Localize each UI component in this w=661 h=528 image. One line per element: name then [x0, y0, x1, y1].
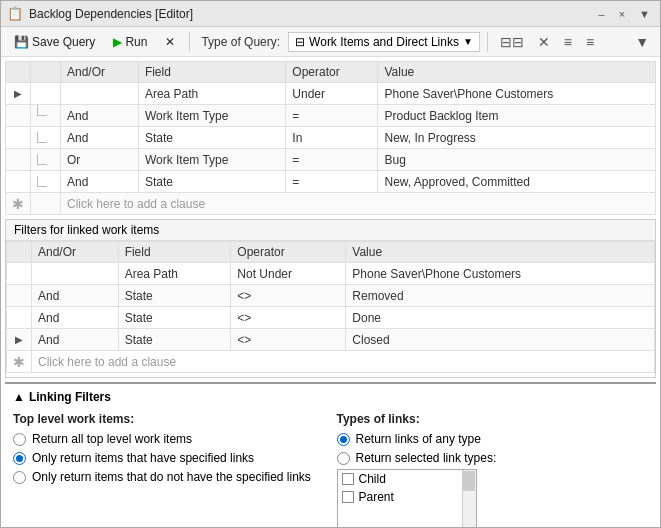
field-cell[interactable]: State [118, 307, 231, 329]
window-icon: 📋 [7, 6, 23, 21]
parent-checkbox[interactable] [342, 491, 354, 503]
radio-item-selectedtype[interactable]: Return selected link types: [337, 451, 649, 465]
radio-label-notspecified: Only return items that do not have the s… [32, 470, 311, 484]
table-row[interactable]: And State = New, Approved, Committed [6, 171, 656, 193]
linked-filters-section: Filters for linked work items And/Or Fie… [5, 219, 656, 378]
radio-item-anytype[interactable]: Return links of any type [337, 432, 649, 446]
linked-filters-header: Filters for linked work items [6, 220, 655, 241]
separator2 [487, 32, 488, 52]
andor-cell[interactable]: And [61, 171, 139, 193]
andor-cell[interactable]: Or [61, 149, 139, 171]
toolbar: 💾 Save Query ▶ Run ✕ Type of Query: ⊟ Wo… [1, 27, 660, 57]
list-item[interactable]: Parent [338, 488, 462, 506]
column-options-button2[interactable]: ✕ [533, 31, 555, 53]
window-title: Backlog Dependencies [Editor] [29, 7, 589, 21]
pin-button[interactable]: – [595, 8, 609, 20]
column-options-button4[interactable]: ≡ [581, 31, 599, 53]
table-row[interactable]: And State <> Done [7, 307, 655, 329]
save-query-button[interactable]: 💾 Save Query [7, 31, 102, 53]
main-window: 📋 Backlog Dependencies [Editor] – × ▼ 💾 … [0, 0, 661, 528]
field-cell[interactable]: State [138, 127, 285, 149]
table-row[interactable]: Area Path Not Under Phone Saver\Phone Cu… [7, 263, 655, 285]
radio-label-specified: Only return items that have specified li… [32, 451, 254, 465]
table-row[interactable]: ▶ And State <> Closed [7, 329, 655, 351]
query-type-dropdown[interactable]: ⊟ Work Items and Direct Links ▼ [288, 32, 480, 52]
operator-cell[interactable]: <> [231, 329, 346, 351]
operator-cell[interactable]: Not Under [231, 263, 346, 285]
operator-cell[interactable]: = [286, 105, 378, 127]
main-content: And/Or Field Operator Value ▶ Area Path … [1, 57, 660, 527]
child-label: Child [359, 472, 386, 486]
linked-field-header: Field [118, 242, 231, 263]
link-types-listbox[interactable]: Child Parent [337, 469, 477, 527]
field-cell[interactable]: State [138, 171, 285, 193]
andor-cell[interactable] [61, 83, 139, 105]
column-options-button1[interactable]: ⊟⊟ [495, 31, 529, 53]
value-cell[interactable]: New, In Progress [378, 127, 656, 149]
value-cell[interactable]: Bug [378, 149, 656, 171]
operator-cell[interactable]: <> [231, 285, 346, 307]
table-row[interactable]: ▶ Area Path Under Phone Saver\Phone Cust… [6, 83, 656, 105]
radio-item-notspecified[interactable]: Only return items that do not have the s… [13, 470, 325, 484]
parent-label: Parent [359, 490, 394, 504]
table-row[interactable]: And Work Item Type = Product Backlog Ite… [6, 105, 656, 127]
close-button[interactable]: × [615, 8, 629, 20]
andor-cell[interactable]: And [61, 105, 139, 127]
value-cell[interactable]: Closed [346, 329, 655, 351]
add-clause-text[interactable]: Click here to add a clause [61, 193, 656, 215]
indent-cell [31, 83, 61, 105]
table-row[interactable]: Or Work Item Type = Bug [6, 149, 656, 171]
andor-cell[interactable]: And [32, 285, 119, 307]
value-cell[interactable]: Phone Saver\Phone Customers [346, 263, 655, 285]
field-cell[interactable]: Work Item Type [138, 105, 285, 127]
table-row[interactable]: And State In New, In Progress [6, 127, 656, 149]
linked-add-clause-text[interactable]: Click here to add a clause [32, 351, 655, 373]
value-cell[interactable]: Done [346, 307, 655, 329]
linked-add-clause-icon: ✱ [7, 351, 32, 373]
linked-operator-header: Operator [231, 242, 346, 263]
operator-cell[interactable]: <> [231, 307, 346, 329]
right-radio-group: Return links of any type Return selected… [337, 432, 649, 465]
listbox-scrollbar[interactable] [462, 470, 476, 527]
operator-cell[interactable]: Under [286, 83, 378, 105]
andor-cell[interactable]: And [32, 329, 119, 351]
list-item[interactable]: Child [338, 470, 462, 488]
add-clause-row[interactable]: ✱ Click here to add a clause [6, 193, 656, 215]
andor-cell[interactable]: And [32, 307, 119, 329]
radio-item-specified[interactable]: Only return items that have specified li… [13, 451, 325, 465]
run-button[interactable]: ▶ Run [106, 31, 154, 53]
operator-cell[interactable]: = [286, 149, 378, 171]
andor-cell[interactable]: And [61, 127, 139, 149]
query-type-icon: ⊟ [295, 35, 305, 49]
radio-item-all[interactable]: Return all top level work items [13, 432, 325, 446]
main-query-table: And/Or Field Operator Value ▶ Area Path … [5, 61, 656, 215]
linking-filters-section: ▲ Linking Filters Top level work items: … [5, 382, 656, 527]
column-options-button3[interactable]: ≡ [559, 31, 577, 53]
close-query-button[interactable]: ✕ [158, 31, 182, 53]
field-cell[interactable]: State [118, 285, 231, 307]
value-cell[interactable]: Phone Saver\Phone Customers [378, 83, 656, 105]
radio-label-all: Return all top level work items [32, 432, 192, 446]
field-cell[interactable]: State [118, 329, 231, 351]
child-checkbox[interactable] [342, 473, 354, 485]
indent-cell [31, 149, 61, 171]
value-cell[interactable]: New, Approved, Committed [378, 171, 656, 193]
andor-cell[interactable] [32, 263, 119, 285]
chevron-button[interactable]: ▼ [635, 8, 654, 20]
field-cell[interactable]: Area Path [138, 83, 285, 105]
linked-add-clause-row[interactable]: ✱ Click here to add a clause [7, 351, 655, 373]
field-cell[interactable]: Work Item Type [138, 149, 285, 171]
indent-cell [31, 127, 61, 149]
linked-indicator-header [7, 242, 32, 263]
add-clause-indent [31, 193, 61, 215]
radio-circle-anytype [337, 433, 350, 446]
operator-cell[interactable]: = [286, 171, 378, 193]
field-cell[interactable]: Area Path [118, 263, 231, 285]
radio-label-selectedtype: Return selected link types: [356, 451, 497, 465]
operator-cell[interactable]: In [286, 127, 378, 149]
value-cell[interactable]: Removed [346, 285, 655, 307]
left-radio-group: Return all top level work items Only ret… [13, 432, 325, 484]
value-cell[interactable]: Product Backlog Item [378, 105, 656, 127]
table-row[interactable]: And State <> Removed [7, 285, 655, 307]
more-options-button[interactable]: ▼ [630, 31, 654, 53]
